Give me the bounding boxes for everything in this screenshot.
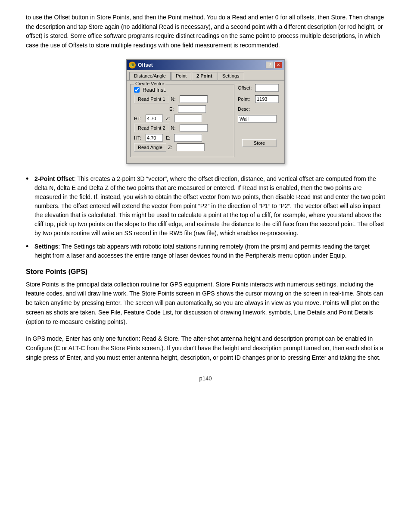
- ht2-input[interactable]: [146, 134, 163, 142]
- e2-input[interactable]: [174, 134, 202, 142]
- tab-settings[interactable]: Settings: [218, 72, 244, 80]
- point-label: Point:: [238, 96, 255, 102]
- z1-input[interactable]: [174, 115, 202, 122]
- read-angle-button[interactable]: Read Angle: [134, 143, 166, 152]
- tab-2point[interactable]: 2 Point: [192, 72, 217, 80]
- e1-label: E:: [169, 106, 175, 112]
- page-number: p140: [199, 375, 212, 382]
- tab-point[interactable]: Point: [171, 72, 191, 80]
- ht2-row: HT: E:: [134, 134, 230, 142]
- read-inst-row: Read Inst.: [134, 87, 230, 93]
- gps-paragraph-1: Store Points is the principal data colle…: [26, 280, 385, 327]
- left-column: Create Vector Read Inst. Read Point 1 N:: [130, 84, 234, 160]
- read-inst-checkbox[interactable]: [134, 87, 140, 93]
- bullet-dot-1: •: [26, 174, 34, 184]
- ht1-label: HT:: [134, 116, 144, 121]
- offset-label: Offset:: [238, 85, 255, 90]
- z2-label: Z:: [168, 145, 174, 150]
- create-vector-group: Create Vector Read Inst. Read Point 1 N:: [130, 84, 234, 157]
- offset-row: Offset:: [238, 84, 281, 92]
- n1-input[interactable]: [180, 95, 208, 103]
- ht1-input[interactable]: [146, 115, 163, 122]
- e1-input[interactable]: [178, 105, 206, 113]
- point-row: Point:: [238, 95, 281, 103]
- point-input[interactable]: [255, 95, 279, 103]
- bullet2-body: : The Settings tab appears with robotic …: [34, 243, 370, 259]
- read-point1-button[interactable]: Read Point 1: [134, 95, 169, 103]
- close-button[interactable]: ✕: [274, 62, 282, 68]
- gps-paragraph-2: In GPS mode, Enter has only one function…: [26, 334, 385, 362]
- tab-distance-angle[interactable]: Distance/Angle: [129, 72, 171, 80]
- titlebar: 🐢 Offset ? ✕: [127, 60, 284, 70]
- z2-input[interactable]: [177, 143, 205, 151]
- store-button[interactable]: Store: [242, 139, 277, 147]
- help-button[interactable]: ?: [266, 62, 274, 68]
- read-point2-row: Read Point 2 N:: [134, 124, 230, 132]
- dialog-tabs: Distance/Angle Point 2 Point Settings: [127, 70, 284, 81]
- title-icon: 🐢: [129, 62, 136, 68]
- ht2-label: HT:: [134, 135, 144, 140]
- group-box-title: Create Vector: [134, 81, 165, 86]
- n1-label: N:: [171, 96, 177, 102]
- main-layout: Create Vector Read Inst. Read Point 1 N:: [130, 84, 281, 160]
- bullet-item-settings: • Settings: The Settings tab appears wit…: [26, 242, 385, 260]
- desc-input[interactable]: [238, 115, 277, 123]
- desc-label: Desc:: [238, 106, 255, 112]
- bullet-item-2point: • 2-Point Offset: This creates a 2-point…: [26, 174, 385, 238]
- bullet-text-2: Settings: The Settings tab appears with …: [34, 242, 385, 260]
- bullet1-title: 2-Point Offset: [34, 175, 74, 182]
- dialog-container: 🐢 Offset ? ✕ Distance/Angle Point 2 Poin…: [26, 59, 385, 164]
- read-point2-button[interactable]: Read Point 2: [134, 124, 169, 132]
- dialog-controls: ? ✕: [266, 62, 282, 68]
- offset-dialog: 🐢 Offset ? ✕ Distance/Angle Point 2 Poin…: [126, 59, 285, 164]
- bullet1-body: : This creates a 2-point 3D “vector”, wh…: [34, 175, 385, 236]
- intro-paragraph: to use the Offset button in Store Points…: [26, 13, 385, 50]
- page-footer: p140: [26, 375, 385, 382]
- desc-row: Desc:: [238, 106, 281, 112]
- read-angle-row: Read Angle Z:: [134, 143, 230, 152]
- read-point1-row: Read Point 1 N:: [134, 95, 230, 103]
- n2-label: N:: [171, 125, 177, 131]
- dialog-title-text: Offset: [138, 62, 153, 68]
- desc-input-row: [238, 115, 281, 123]
- ht1-row: HT: Z:: [134, 115, 230, 122]
- bullet-section: • 2-Point Offset: This creates a 2-point…: [26, 174, 385, 260]
- offset-input[interactable]: [255, 84, 279, 92]
- bullet-dot-2: •: [26, 242, 34, 252]
- e2-label: E:: [166, 135, 172, 140]
- bullet2-title: Settings: [34, 243, 58, 250]
- right-column: Offset: Point: Desc: Store: [238, 84, 281, 160]
- e1-row: E:: [134, 105, 230, 113]
- n2-input[interactable]: [180, 124, 208, 132]
- bullet-text-1: 2-Point Offset: This creates a 2-point 3…: [34, 174, 385, 238]
- dialog-title: 🐢 Offset: [129, 62, 153, 68]
- dialog-body: Create Vector Read Inst. Read Point 1 N:: [127, 81, 284, 163]
- z1-label: Z:: [166, 116, 172, 121]
- read-inst-label: Read Inst.: [143, 87, 166, 93]
- section-heading: Store Points (GPS): [26, 268, 385, 276]
